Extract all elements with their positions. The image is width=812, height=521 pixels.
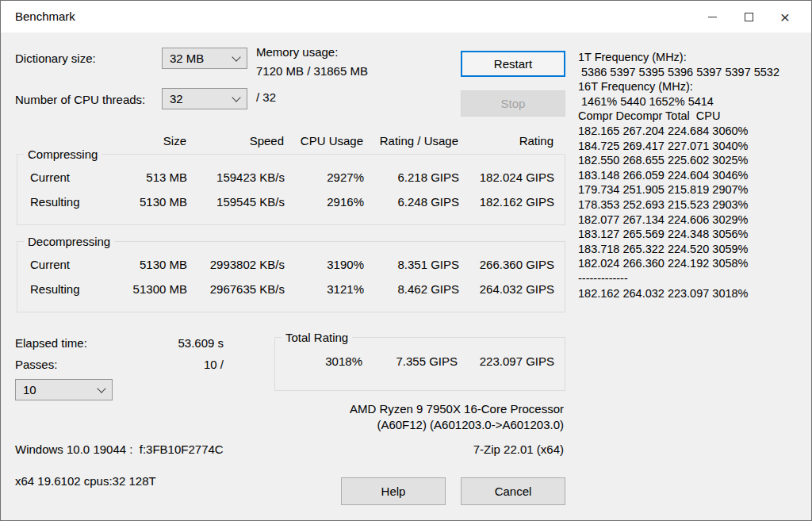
log-line: 184.725 269.417 227.071 3040% [578,139,810,154]
log-line: 182.077 267.134 224.606 3029% [578,213,810,228]
cell-rating: 182.024 GIPS [459,170,554,184]
cancel-button[interactable]: Cancel [461,477,565,505]
cell-rating-usage: 8.462 GIPS [364,282,459,296]
cell-rating: 182.162 GIPS [459,195,554,209]
row-label: Resulting [17,282,106,296]
cell-cpu-usage: 3121% [285,282,364,296]
log-line: 16T Frequency (MHz): [578,79,810,94]
cell-speed: 2967635 KB/s [187,282,285,296]
help-button[interactable]: Help [341,477,446,505]
header-size: Size [105,134,186,147]
stop-button: Stop [461,90,565,117]
total-rating-label: Total Rating [282,331,352,344]
decompressing-group-label: Decompressing [24,235,114,248]
cpu-threads-select[interactable]: 32 [162,88,247,109]
os-info: Windows 10.0 19044 : f:3FB10F2774C [15,442,224,456]
log-line: ------------- [578,271,810,286]
dictionary-size-select[interactable]: 32 MB [162,48,247,69]
cell-rating-usage: 6.218 GIPS [364,170,459,184]
log-line: 182.165 267.204 224.684 3060% [578,124,810,139]
header-speed: Speed [186,134,284,147]
benchmark-log: 1T Frequency (MHz): 5386 5397 5395 5396 … [578,50,810,301]
benchmark-dialog: Benchmark × Dictionary size: 32 MB Memor… [0,0,812,521]
cell-speed: 2993802 KB/s [187,258,285,271]
elapsed-time-value: 53.609 s [112,336,224,350]
log-line: 179.734 251.905 215.819 2907% [578,182,810,197]
decompressing-group: Decompressing Current 5130 MB 2993802 KB… [17,241,565,312]
row-label: Current [17,258,106,271]
elapsed-time-label: Elapsed time: [15,336,87,350]
log-line: 182.550 268.655 225.602 3025% [578,153,810,168]
chevron-down-icon [97,384,105,393]
header-rating-usage: Rating / Usage [363,134,458,147]
row-label: Current [17,170,106,184]
window-title: Benchmark [15,10,75,23]
compressing-group-label: Compressing [24,147,102,161]
log-line: 183.148 266.059 224.604 3046% [578,168,810,183]
cell-cpu-usage: 2927% [285,170,364,184]
total-rating-row: 3018% 7.355 GIPS 223.097 GIPS [275,354,554,368]
cell-cpu-usage: 2916% [285,195,364,209]
dictionary-size-label: Dictionary size: [15,52,96,65]
table-row: Resulting 51300 MB 2967635 KB/s 3121% 8.… [17,282,565,296]
chevron-down-icon [232,93,240,102]
cell-size: 5130 MB [106,258,187,271]
log-line: Compr Decompr Total CPU [578,109,810,124]
minimize-button[interactable] [694,1,730,33]
log-line: 183.718 265.322 224.520 3059% [578,242,810,257]
chevron-down-icon [232,52,240,61]
table-header-row: Size Speed CPU Usage Rating / Usage Rati… [17,134,565,147]
row-label: Resulting [17,195,106,209]
close-button[interactable]: × [767,1,803,33]
cpu-name: AMD Ryzen 9 7950X 16-Core Processor [350,402,564,416]
cell-speed: 159423 KB/s [187,170,285,184]
table-row: Current 5130 MB 2993802 KB/s 3190% 8.351… [17,258,565,271]
passes-select[interactable]: 10 [15,379,113,400]
cell-rating: 266.360 GIPS [459,258,554,271]
cell-size: 5130 MB [106,195,187,209]
table-row: Current 513 MB 159423 KB/s 2927% 6.218 G… [17,170,565,184]
cell-size: 51300 MB [106,282,187,296]
memory-usage-value: 7120 MB / 31865 MB [256,64,368,78]
cpu-threads-value: 32 [170,92,183,105]
header-cpu-usage: CPU Usage [284,134,363,147]
passes-value: 10 / [112,358,224,371]
window-controls: × [694,1,803,33]
maximize-button[interactable] [730,1,767,33]
cpu-threads-suffix: / 32 [256,90,276,104]
cell-rating-usage: 8.351 GIPS [364,258,459,271]
passes-selected-value: 10 [23,383,36,396]
titlebar: Benchmark × [1,1,811,33]
cell-rating: 264.032 GIPS [459,282,554,296]
total-rating-usage: 7.355 GIPS [362,354,458,368]
cell-cpu-usage: 3190% [285,258,364,271]
passes-label: Passes: [15,358,57,371]
minimize-icon [708,17,717,17]
maximize-icon [745,13,753,21]
log-line: 182.162 264.032 223.097 3018% [578,286,810,301]
cell-speed: 159545 KB/s [187,195,285,209]
compressing-group: Compressing Current 513 MB 159423 KB/s 2… [17,154,565,225]
total-cpu-usage: 3018% [275,354,362,368]
log-line: 1T Frequency (MHz): [578,50,810,65]
table-row: Resulting 5130 MB 159545 KB/s 2916% 6.24… [17,195,565,209]
log-line: 1461% 5440 1652% 5414 [578,94,810,109]
build-info: x64 19.6102 cpus:32 128T [15,474,156,488]
total-rating-value: 223.097 GIPS [458,354,554,368]
close-icon: × [780,9,790,25]
total-rating-group: Total Rating 3018% 7.355 GIPS 223.097 GI… [274,337,565,391]
cell-rating-usage: 6.248 GIPS [364,195,459,209]
header-rating: Rating [458,134,553,147]
cpu-id: (A60F12) (A601203.0->A601203.0) [377,418,564,431]
dictionary-size-value: 32 MB [170,52,204,65]
restart-button[interactable]: Restart [461,51,565,77]
dialog-body: Dictionary size: 32 MB Memory usage: 712… [1,33,811,520]
memory-usage-label: Memory usage: [256,45,338,59]
app-version: 7-Zip 22.01 (x64) [473,442,564,456]
log-line: 178.353 252.693 215.523 2903% [578,197,810,213]
cell-size: 513 MB [106,170,187,184]
cpu-threads-label: Number of CPU threads: [15,93,145,106]
log-line: 182.024 266.360 224.192 3058% [578,256,810,271]
log-line: 183.127 265.569 224.348 3056% [578,227,810,242]
log-line: 5386 5397 5395 5396 5397 5397 5532 [578,65,810,80]
